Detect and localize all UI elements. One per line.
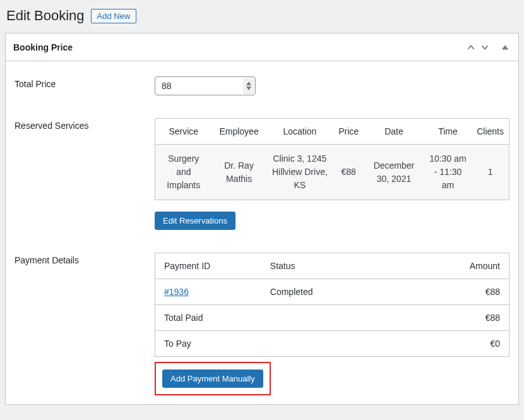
svg-marker-0 <box>502 45 509 49</box>
col-location: Location <box>266 119 334 145</box>
panel-body: Total Price Reserved Services Service <box>6 61 518 404</box>
edit-reservations-button[interactable]: Edit Reservations <box>155 212 235 230</box>
total-price-label: Total Price <box>15 76 155 89</box>
payment-id-link[interactable]: #1936 <box>164 287 189 297</box>
payment-table: Payment ID Status Amount #1936 Completed… <box>155 253 509 357</box>
spinner-down-icon[interactable] <box>246 86 252 91</box>
to-pay-row: To Pay €0 <box>155 331 509 357</box>
add-payment-manually-button[interactable]: Add Payment Manually <box>162 369 263 388</box>
col-clients: Clients <box>472 119 509 145</box>
payment-details-row: Payment Details Payment ID Status Amount… <box>15 253 509 395</box>
svg-marker-1 <box>246 81 251 85</box>
svg-marker-2 <box>246 87 251 90</box>
employee-link[interactable]: Dr. Ray Mathis <box>212 145 266 200</box>
col-amount: Amount <box>385 253 509 279</box>
col-service: Service <box>155 119 212 145</box>
time-cell: 10:30 am - 11:30 am <box>424 145 472 200</box>
total-paid-row: Total Paid €88 <box>155 305 509 331</box>
price-cell: €88 <box>333 145 364 200</box>
page-header: Edit Booking Add New <box>5 5 519 33</box>
chevron-up-icon[interactable] <box>465 42 477 53</box>
payment-row: #1936 Completed €88 <box>155 279 509 305</box>
location-link[interactable]: Clinic 3, 1245 Hillview Drive, KS <box>266 145 334 200</box>
payment-details-label: Payment Details <box>15 253 155 265</box>
panel-title: Booking Price <box>13 42 73 52</box>
service-link[interactable]: Surgery and Implants <box>155 145 212 200</box>
date-cell: December 30, 2021 <box>364 145 424 200</box>
col-date: Date <box>364 119 424 145</box>
chevron-down-icon[interactable] <box>479 42 491 53</box>
clients-cell: 1 <box>472 145 509 200</box>
triangle-up-icon[interactable] <box>499 42 511 53</box>
total-price-row: Total Price <box>15 76 509 95</box>
reserved-services-row: Reserved Services Service Employee Locat… <box>15 118 509 230</box>
total-price-input[interactable] <box>155 76 256 95</box>
reserved-services-label: Reserved Services <box>15 118 155 131</box>
total-paid-value: €88 <box>385 305 509 331</box>
booking-price-panel: Booking Price Total Price Reserved Servi… <box>5 33 519 405</box>
payment-amount: €88 <box>385 279 509 305</box>
payment-status: Completed <box>261 279 385 305</box>
to-pay-value: €0 <box>385 331 509 357</box>
table-row: Surgery and Implants Dr. Ray Mathis Clin… <box>155 145 509 200</box>
highlight-box: Add Payment Manually <box>155 362 271 395</box>
number-spinner[interactable] <box>243 78 254 94</box>
col-employee: Employee <box>212 119 266 145</box>
services-table: Service Employee Location Price Date Tim… <box>155 118 509 200</box>
spinner-up-icon[interactable] <box>246 81 252 86</box>
panel-actions <box>465 42 511 53</box>
panel-header: Booking Price <box>6 33 518 61</box>
total-paid-label: Total Paid <box>155 305 386 331</box>
to-pay-label: To Pay <box>155 331 386 357</box>
col-status: Status <box>261 253 385 279</box>
add-new-button[interactable]: Add New <box>91 9 137 23</box>
page-title: Edit Booking <box>6 8 85 24</box>
col-payment-id: Payment ID <box>155 253 261 279</box>
col-price: Price <box>333 119 364 145</box>
col-time: Time <box>424 119 472 145</box>
